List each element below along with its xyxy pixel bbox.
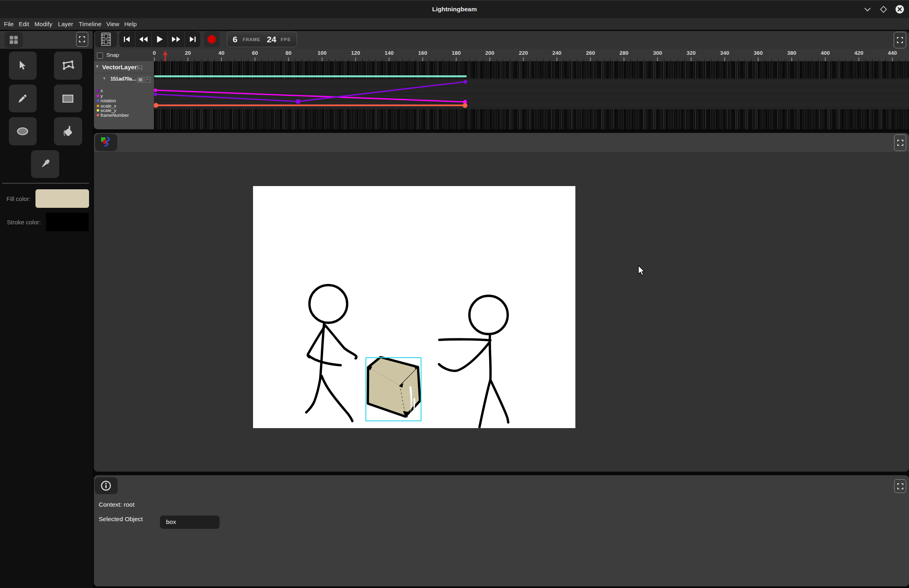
- svg-text:280: 280: [619, 50, 629, 56]
- svg-text:80: 80: [285, 50, 291, 56]
- svg-text:400: 400: [821, 50, 830, 56]
- svg-text:40: 40: [218, 50, 224, 56]
- svg-text:140: 140: [385, 50, 394, 56]
- svg-text:420: 420: [854, 50, 863, 56]
- svg-text:340: 340: [720, 50, 729, 56]
- svg-text:20: 20: [185, 50, 191, 56]
- svg-text:440: 440: [888, 50, 897, 56]
- svg-text:0: 0: [153, 50, 156, 56]
- svg-text:100: 100: [318, 50, 327, 56]
- svg-text:60: 60: [252, 50, 258, 56]
- svg-text:120: 120: [351, 50, 360, 56]
- svg-text:160: 160: [418, 50, 428, 56]
- svg-text:260: 260: [586, 50, 595, 56]
- svg-text:220: 220: [519, 50, 528, 56]
- svg-text:360: 360: [753, 50, 763, 56]
- svg-text:200: 200: [485, 50, 494, 56]
- svg-text:380: 380: [787, 50, 797, 56]
- svg-text:320: 320: [687, 50, 696, 56]
- svg-text:180: 180: [452, 50, 461, 56]
- svg-text:240: 240: [552, 50, 562, 56]
- svg-text:300: 300: [653, 50, 662, 56]
